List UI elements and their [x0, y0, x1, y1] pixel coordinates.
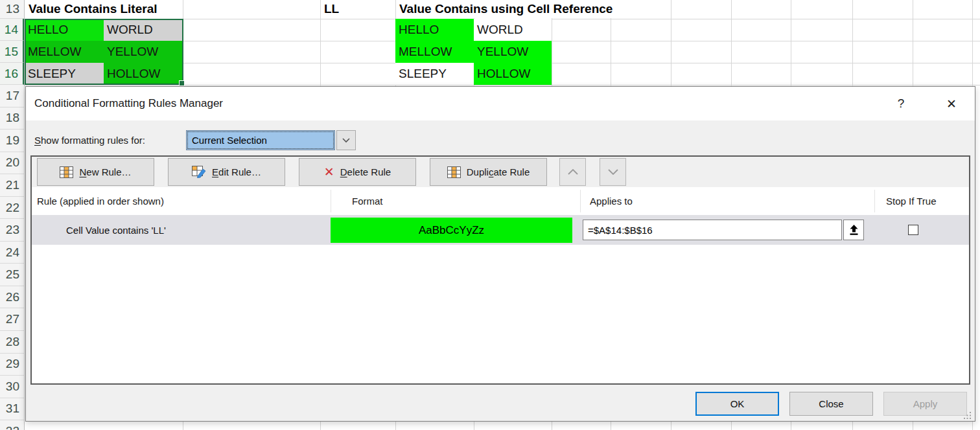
- rule-description: Cell Value contains 'LL': [66, 215, 166, 245]
- apply-button[interactable]: Apply: [883, 392, 967, 416]
- row-header-13[interactable]: 13: [0, 0, 24, 19]
- row-header-30[interactable]: 30: [0, 376, 24, 398]
- row-header-20[interactable]: 20: [0, 152, 24, 175]
- row-header-24[interactable]: 24: [0, 242, 24, 264]
- dropdown-arrow-button[interactable]: [336, 130, 356, 150]
- conditional-formatting-rules-manager-dialog: Conditional Formatting Rules Manager ? ✕…: [25, 86, 975, 422]
- row-header-15[interactable]: 15: [0, 41, 24, 63]
- dialog-titlebar[interactable]: Conditional Formatting Rules Manager ? ✕: [26, 87, 975, 120]
- row-header-22[interactable]: 22: [0, 197, 24, 220]
- red-x-icon: ✕: [324, 166, 334, 178]
- row-header-27[interactable]: 27: [0, 309, 24, 332]
- collapse-dialog-button[interactable]: [843, 220, 864, 240]
- resize-grip[interactable]: [964, 411, 972, 418]
- cell-d13-ll[interactable]: LL: [321, 0, 395, 18]
- cell-e15[interactable]: MELLOW: [395, 41, 474, 63]
- dropdown-value: Current Selection: [192, 135, 267, 146]
- row-header-29[interactable]: 29: [0, 354, 24, 376]
- table-grid-icon: [447, 166, 461, 178]
- row-header-19[interactable]: 19: [0, 130, 24, 152]
- show-rules-label: Show formatting rules for:: [34, 127, 145, 153]
- cell-e14[interactable]: HELLO: [395, 19, 474, 41]
- close-icon: ✕: [946, 96, 957, 111]
- cell-e13-title[interactable]: Value Contains using Cell Reference: [396, 0, 668, 18]
- delete-rule-button[interactable]: ✕ Delete Rule: [299, 158, 416, 186]
- rule-row-selected[interactable]: Cell Value contains 'LL' AaBbCcYyZz =$A$…: [32, 215, 969, 245]
- cell-e16[interactable]: SLEEPY: [395, 63, 474, 85]
- show-rules-dropdown[interactable]: Current Selection: [186, 130, 335, 150]
- table-pencil-icon: [192, 166, 206, 178]
- chevron-down-icon: [342, 138, 350, 143]
- help-icon: ?: [898, 96, 905, 111]
- column-separator: [874, 190, 875, 212]
- row-header-31[interactable]: 31: [0, 398, 24, 421]
- row-header-14[interactable]: 14: [0, 19, 24, 41]
- help-button[interactable]: ?: [888, 91, 914, 117]
- row-header-26[interactable]: 26: [0, 286, 24, 309]
- row-header-28[interactable]: 28: [0, 331, 24, 354]
- chevron-down-icon: [608, 169, 618, 175]
- row-header-16[interactable]: 16: [0, 63, 24, 85]
- row-header-25[interactable]: 25: [0, 264, 24, 286]
- row-header-17[interactable]: 17: [0, 85, 24, 107]
- row-header-strip: 1314151617181920212223242526272829303132: [0, 0, 25, 430]
- new-rule-button[interactable]: New Rule…: [37, 158, 154, 186]
- close-button[interactable]: ✕: [937, 91, 966, 117]
- row-header-32[interactable]: 32: [0, 420, 24, 430]
- ok-button[interactable]: OK: [695, 392, 779, 416]
- cell-f15[interactable]: YELLOW: [474, 41, 552, 63]
- selection-outline: [25, 19, 183, 85]
- rules-list-header: Rule (applied in order shown) Format App…: [32, 187, 969, 215]
- cell-a13-title[interactable]: Value Contains Literal: [25, 0, 183, 18]
- column-separator: [331, 190, 331, 212]
- move-rule-up-button[interactable]: [559, 158, 586, 186]
- cell-f14[interactable]: WORLD: [474, 19, 552, 41]
- stop-if-true-checkbox[interactable]: [908, 225, 918, 235]
- col-header-applies: Applies to: [590, 187, 633, 215]
- fill-handle[interactable]: [179, 80, 185, 86]
- col-header-rule: Rule (applied in order shown): [37, 187, 164, 215]
- rules-panel: New Rule… Edit Rule… ✕ Delete Rule: [30, 155, 970, 385]
- gridline: [25, 85, 980, 85]
- duplicate-rule-button[interactable]: Duplicate Rule: [430, 158, 547, 186]
- chevron-up-icon: [568, 169, 578, 175]
- row-header-18[interactable]: 18: [0, 107, 24, 130]
- col-header-format: Format: [352, 187, 383, 215]
- table-grid-icon: [60, 166, 73, 178]
- rules-toolbar: New Rule… Edit Rule… ✕ Delete Rule: [32, 157, 969, 188]
- cell-f16[interactable]: HOLLOW: [474, 63, 552, 85]
- move-rule-down-button[interactable]: [600, 158, 626, 186]
- close-dialog-button[interactable]: Close: [789, 392, 873, 416]
- edit-rule-button[interactable]: Edit Rule…: [168, 158, 285, 186]
- row-header-21[interactable]: 21: [0, 174, 24, 197]
- dialog-title: Conditional Formatting Rules Manager: [34, 87, 223, 120]
- collapse-range-icon: [849, 225, 859, 236]
- column-separator: [580, 190, 581, 212]
- format-preview: AaBbCcYyZz: [331, 218, 572, 243]
- applies-to-input[interactable]: =$A$14:$B$16: [583, 220, 842, 240]
- row-header-23[interactable]: 23: [0, 219, 24, 242]
- col-header-stop: Stop If True: [886, 187, 937, 215]
